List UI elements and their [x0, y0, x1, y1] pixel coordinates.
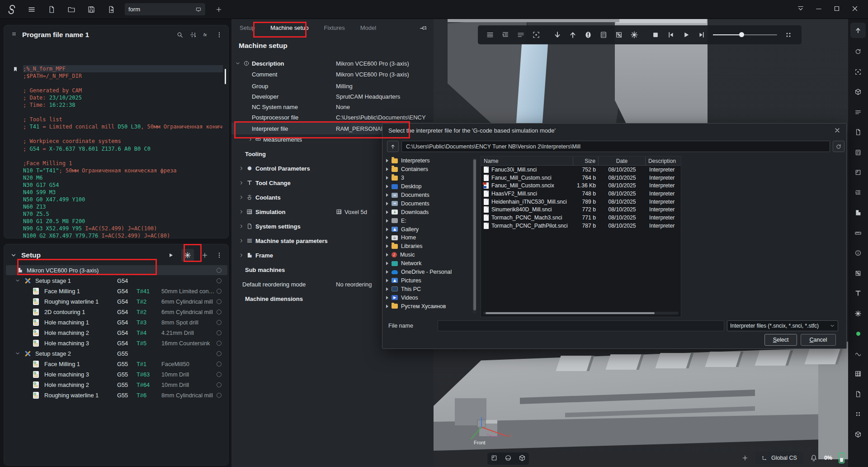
setup-row[interactable]: Face Milling 1G54T#4150mm Limited con…	[6, 286, 227, 296]
main-menu-button[interactable]	[25, 3, 38, 16]
expand-icon[interactable]	[239, 224, 244, 229]
operation-radio[interactable]	[217, 351, 222, 356]
global-cs-button[interactable]: Global CS	[755, 452, 803, 464]
folder-tree-item[interactable]: ⌂Home	[386, 234, 471, 242]
operation-radio[interactable]	[217, 310, 222, 315]
curve-editor-button[interactable]	[848, 344, 868, 364]
add-cs-icon[interactable]	[741, 454, 749, 462]
column-description[interactable]: Description	[646, 157, 681, 166]
expand-arrow-icon[interactable]	[386, 210, 388, 214]
column-size[interactable]: Size	[573, 157, 599, 166]
bookmark-icon[interactable]	[12, 66, 19, 72]
folder-tree-item[interactable]: Рустем Хусаинов	[386, 302, 471, 310]
expand-arrow-icon[interactable]	[386, 279, 388, 282]
expand-icon[interactable]	[239, 195, 244, 200]
tab-fixtures[interactable]: Fixtures	[324, 24, 345, 31]
folder-tree-item[interactable]: ▲Pictures	[386, 276, 471, 285]
minimize-button[interactable]	[815, 5, 823, 14]
expand-arrow-icon[interactable]	[386, 253, 388, 257]
folder-tree-item[interactable]: ▲Gallery	[386, 225, 471, 234]
expand-arrow-icon[interactable]	[386, 305, 388, 308]
gallery-view-button[interactable]	[848, 364, 868, 384]
expand-icon[interactable]	[239, 238, 244, 243]
expand-icon[interactable]	[239, 166, 244, 171]
gcode-editor[interactable]: ;%_N_form_MPF;$PATH=/_N_MPF_DIR ; Genera…	[23, 65, 223, 238]
folder-tree-item[interactable]: Containers	[386, 165, 471, 174]
file-row[interactable]: Fanuc_Mill_Custom.sncix1.36 Kb08/10/2025…	[481, 181, 681, 190]
sphere-toggle-button[interactable]	[505, 454, 512, 463]
voxel-view-button[interactable]	[848, 404, 868, 424]
collision-control-button[interactable]	[611, 31, 627, 39]
probe-button[interactable]	[848, 243, 868, 263]
record-indicator-button[interactable]	[848, 324, 868, 344]
folder-tree-item[interactable]: OneDrive - Personal	[386, 268, 471, 276]
folder-tree-item[interactable]: Network	[386, 259, 471, 268]
folder-tree-item[interactable]: Libraries	[386, 242, 471, 251]
notifications-bell-icon[interactable]	[810, 454, 818, 462]
warnings-button[interactable]	[580, 31, 596, 39]
expand-icon[interactable]	[239, 253, 244, 258]
folder-tree-item[interactable]: ▶Videos	[386, 293, 471, 302]
folder-tree-item[interactable]: E:	[386, 216, 471, 225]
setup-row[interactable]: Roughing waterline 1G55T#68mm Cylindrica…	[6, 390, 227, 400]
file-row[interactable]: Tormach_PCNC_Mach3.snci771 b08/10/2025In…	[481, 214, 681, 222]
operation-radio[interactable]	[217, 320, 222, 325]
property-row[interactable]: DeveloperSprutCAM Headquarters	[231, 91, 434, 101]
export-button[interactable]	[105, 3, 118, 16]
operation-radio[interactable]	[217, 341, 222, 346]
setup-row[interactable]: Setup stage 2G55	[6, 348, 227, 358]
align-justify-button[interactable]	[482, 31, 498, 39]
expand-arrow-icon[interactable]	[386, 228, 388, 231]
setup-row[interactable]: Hole machining 1G54T#38mm Spot drill	[6, 317, 227, 327]
collapse-icon[interactable]	[235, 61, 241, 66]
collision-button[interactable]	[848, 263, 868, 284]
tree-scrollbar[interactable]	[472, 158, 476, 314]
expand-arrow-icon[interactable]	[386, 219, 388, 223]
measure-button[interactable]	[848, 223, 868, 243]
renumber-icon[interactable]	[189, 31, 197, 38]
operation-radio[interactable]	[217, 372, 222, 377]
expand-arrow-icon[interactable]	[386, 167, 388, 171]
expand-arrow-icon[interactable]	[386, 193, 388, 197]
project-tab[interactable]: form	[125, 3, 205, 15]
add-tab-button[interactable]	[212, 3, 225, 16]
file-row[interactable]: Fanuc_Mill_Custom.snci764 b08/10/2025Int…	[481, 174, 681, 182]
line-numbers-button[interactable]	[498, 31, 513, 39]
expand-arrow-icon[interactable]	[386, 202, 388, 205]
refresh-button[interactable]	[833, 141, 844, 152]
expand-arrow-icon[interactable]	[386, 287, 388, 291]
operation-radio[interactable]	[217, 382, 222, 387]
move-down-button[interactable]	[550, 31, 565, 39]
view-cube-button[interactable]	[848, 82, 868, 102]
move-up-button[interactable]	[565, 31, 580, 39]
file-row[interactable]: Heidenhain_iTNC530_Mill.snci789 b08/10/2…	[481, 198, 681, 206]
folder-tree-item[interactable]: ♪Music	[386, 251, 471, 259]
align-lines-button[interactable]	[513, 31, 528, 39]
property-row[interactable]: DescriptionMikron VCE600 Pro (3-axis)	[231, 58, 434, 68]
folder-tree-item[interactable]: This PC	[386, 285, 471, 293]
new-file-button[interactable]	[45, 3, 58, 16]
path-field[interactable]: C:\Users\Public\Documents\ENCY Tuner NB\…	[401, 141, 830, 152]
tab-model[interactable]: Model	[360, 24, 376, 31]
folder-tree-item[interactable]: ≡Documents	[386, 191, 471, 200]
setup-row[interactable]: Face Milling 1G55T#1FaceMill50	[6, 359, 227, 369]
functions-icon[interactable]	[203, 31, 210, 38]
property-row[interactable]: Postprocessor fileC:\Users\Public\Docume…	[231, 112, 434, 122]
expand-arrow-icon[interactable]	[386, 159, 388, 162]
stop-button[interactable]	[648, 31, 663, 39]
collapse-ribbon-button[interactable]	[797, 5, 805, 14]
speed-slider[interactable]	[709, 25, 781, 44]
file-row[interactable]: Tormach_PCNC_PathPilot.snci787 b08/10/20…	[481, 222, 681, 230]
expand-icon[interactable]	[239, 209, 244, 214]
print-button[interactable]	[848, 122, 868, 143]
file-row[interactable]: HaasVF2_Mill.snci748 b08/10/2025Interpre…	[481, 190, 681, 198]
file-row[interactable]: Fanuc30i_Mill.snci752 b08/10/2025Interpr…	[481, 166, 681, 174]
workpiece-toggle-button[interactable]	[491, 454, 498, 463]
setup-row[interactable]: Roughing waterline 1G54T#26mm Cylindrica…	[6, 296, 227, 306]
view-center-button[interactable]	[848, 62, 868, 82]
expand-arrow-icon[interactable]	[386, 296, 388, 300]
setup-row[interactable]: Mikron VCE600 Pro (3-axis)	[6, 265, 227, 275]
expand-icon[interactable]	[248, 137, 253, 142]
expand-arrow-icon[interactable]	[386, 270, 388, 274]
setup-row[interactable]: Setup stage 1G54	[6, 276, 227, 286]
